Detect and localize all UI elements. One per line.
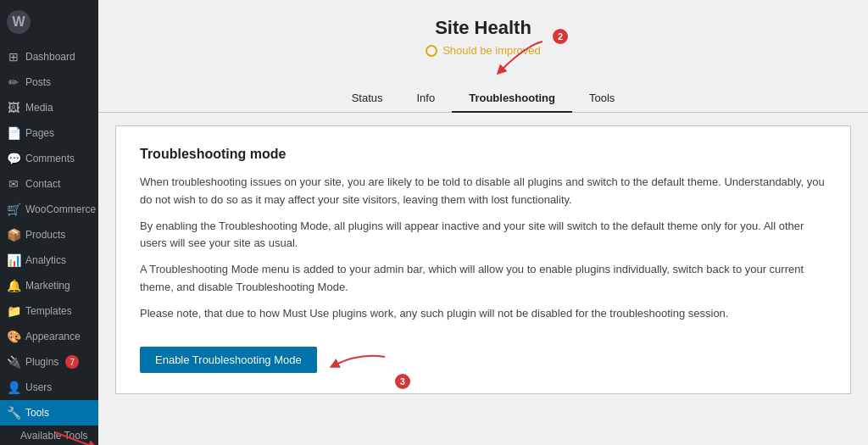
tab-navigation: Status Info Troubleshooting Tools — [98, 85, 868, 113]
tools-icon: 🔧 — [7, 406, 20, 420]
paragraph-1: When troubleshooting issues on your site… — [140, 174, 826, 209]
contact-label: Contact — [25, 178, 60, 190]
plugins-badge: 7 — [65, 355, 79, 369]
tab-tools[interactable]: Tools — [572, 85, 632, 113]
sidebar-item-users[interactable]: 👤 Users — [0, 375, 98, 400]
sidebar-item-tools[interactable]: 🔧 Tools — [0, 400, 98, 426]
dashboard-icon: ⊞ — [7, 50, 20, 64]
sidebar-item-analytics[interactable]: 📊 Analytics — [0, 248, 98, 273]
templates-label: Templates — [25, 305, 72, 317]
paragraph-4: Please note, that due to how Must Use pl… — [140, 305, 826, 323]
products-label: Products — [25, 229, 65, 241]
sub-available-tools[interactable]: Available Tools — [0, 426, 98, 445]
products-icon: 📦 — [7, 228, 20, 242]
analytics-label: Analytics — [25, 254, 66, 266]
sidebar-item-marketing[interactable]: 🔔 Marketing — [0, 273, 98, 298]
sidebar-item-templates[interactable]: 📁 Templates — [0, 298, 98, 324]
plugins-label: Plugins — [25, 356, 58, 368]
users-icon: 👤 — [7, 381, 20, 394]
posts-icon: ✏ — [7, 75, 20, 89]
site-health-header: Site Health Should be improved 2 — [98, 0, 868, 85]
content-area: Site Health Should be improved 2 Status … — [98, 0, 868, 445]
pages-icon: 📄 — [7, 126, 20, 140]
appearance-label: Appearance — [25, 331, 81, 342]
tools-label: Tools — [25, 407, 49, 419]
pages-label: Pages — [25, 127, 54, 139]
section-title: Troubleshooting mode — [140, 147, 826, 162]
sidebar-item-products[interactable]: 📦 Products — [0, 222, 98, 248]
analytics-icon: 📊 — [7, 253, 20, 267]
annotation-3: 3 — [395, 374, 410, 389]
sidebar-item-pages[interactable]: 📄 Pages — [0, 120, 98, 146]
comments-icon: 💬 — [7, 152, 20, 165]
paragraph-2: By enabling the Troubleshooting Mode, al… — [140, 218, 826, 253]
plugins-icon: 🔌 — [7, 355, 20, 369]
templates-icon: 📁 — [7, 304, 20, 318]
sidebar-item-media[interactable]: 🖼 Media — [0, 95, 98, 120]
sidebar-logo[interactable]: W — [0, 0, 98, 44]
sidebar-item-contact[interactable]: ✉ Contact — [0, 171, 98, 197]
marketing-icon: 🔔 — [7, 279, 20, 292]
posts-label: Posts — [25, 76, 51, 88]
page-title: Site Health — [98, 17, 868, 39]
enable-troubleshooting-button[interactable]: Enable Troubleshooting Mode — [140, 347, 317, 373]
sidebar-item-dashboard[interactable]: ⊞ Dashboard — [0, 44, 98, 70]
tab-info[interactable]: Info — [399, 85, 452, 113]
annotation-2: 2 — [553, 29, 568, 44]
media-icon: 🖼 — [7, 101, 20, 114]
marketing-label: Marketing — [25, 280, 70, 292]
tab-troubleshooting[interactable]: Troubleshooting — [452, 85, 572, 113]
tab-status[interactable]: Status — [335, 85, 400, 113]
woocommerce-icon: 🛒 — [7, 203, 20, 216]
troubleshooting-content: Troubleshooting mode When troubleshootin… — [115, 125, 851, 394]
media-label: Media — [25, 102, 53, 114]
sidebar-item-posts[interactable]: ✏ Posts — [0, 70, 98, 95]
health-status-circle — [426, 45, 437, 57]
comments-label: Comments — [25, 153, 75, 164]
woocommerce-label: WooCommerce — [25, 203, 96, 215]
sidebar-item-appearance[interactable]: 🎨 Appearance — [0, 324, 98, 349]
sidebar: W ⊞ Dashboard ✏ Posts 🖼 Media 📄 Pages 💬 … — [0, 0, 98, 445]
appearance-icon: 🎨 — [7, 330, 20, 343]
sidebar-item-plugins[interactable]: 🔌 Plugins 7 — [0, 349, 98, 375]
paragraph-3: A Troubleshooting Mode menu is added to … — [140, 261, 826, 297]
wp-icon: W — [7, 10, 31, 34]
contact-icon: ✉ — [7, 177, 20, 191]
sidebar-item-woocommerce[interactable]: 🛒 WooCommerce — [0, 197, 98, 222]
health-status-text: Should be improved — [442, 44, 541, 57]
page-wrapper: Site Health Should be improved 2 Status … — [98, 0, 868, 445]
sidebar-item-comments[interactable]: 💬 Comments — [0, 146, 98, 171]
dashboard-label: Dashboard — [25, 51, 75, 63]
health-status: Should be improved — [98, 44, 868, 57]
users-label: Users — [25, 381, 52, 393]
annotation-3-arrow — [326, 348, 393, 399]
